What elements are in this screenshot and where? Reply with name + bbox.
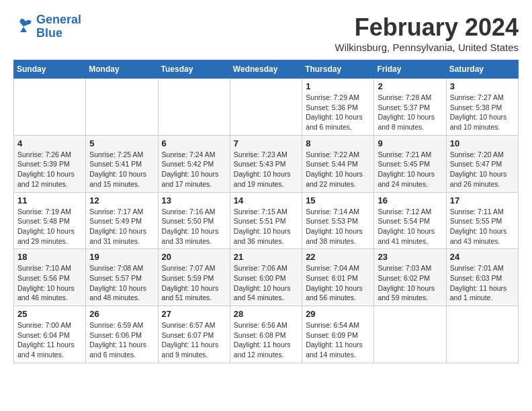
calendar-cell: 21Sunrise: 7:06 AM Sunset: 6:00 PM Dayli… [230, 249, 302, 306]
day-number: 14 [234, 195, 298, 205]
calendar-cell: 8Sunrise: 7:22 AM Sunset: 5:44 PM Daylig… [302, 135, 374, 192]
calendar-cell [374, 306, 446, 363]
calendar-table: SundayMondayTuesdayWednesdayThursdayFrid… [13, 60, 519, 363]
day-info: Sunrise: 7:00 AM Sunset: 6:04 PM Dayligh… [17, 320, 82, 360]
day-number: 29 [306, 309, 370, 319]
day-number: 7 [234, 138, 298, 148]
day-info: Sunrise: 7:15 AM Sunset: 5:51 PM Dayligh… [234, 207, 298, 246]
day-info: Sunrise: 7:12 AM Sunset: 5:54 PM Dayligh… [378, 207, 442, 246]
calendar-cell [14, 79, 86, 136]
calendar-cell: 6Sunrise: 7:24 AM Sunset: 5:42 PM Daylig… [158, 135, 230, 192]
calendar-cell: 19Sunrise: 7:08 AM Sunset: 5:57 PM Dayli… [86, 249, 158, 306]
day-number: 3 [450, 81, 515, 91]
calendar-title: February 2024 [335, 13, 519, 42]
header-thursday: Thursday [302, 60, 374, 79]
day-number: 25 [17, 309, 82, 319]
day-number: 19 [89, 252, 154, 262]
calendar-cell: 7Sunrise: 7:23 AM Sunset: 5:43 PM Daylig… [230, 135, 302, 192]
day-number: 28 [234, 309, 298, 319]
day-number: 13 [162, 195, 226, 205]
calendar-cell: 1Sunrise: 7:29 AM Sunset: 5:36 PM Daylig… [302, 79, 374, 136]
calendar-cell: 11Sunrise: 7:19 AM Sunset: 5:48 PM Dayli… [14, 192, 86, 249]
day-info: Sunrise: 7:24 AM Sunset: 5:42 PM Dayligh… [162, 150, 226, 189]
day-info: Sunrise: 7:29 AM Sunset: 5:36 PM Dayligh… [306, 93, 370, 132]
calendar-cell [230, 79, 302, 136]
calendar-subtitle: Wilkinsburg, Pennsylvania, United States [335, 42, 519, 53]
week-row-3: 11Sunrise: 7:19 AM Sunset: 5:48 PM Dayli… [14, 192, 519, 249]
day-number: 1 [306, 81, 370, 91]
day-number: 12 [89, 195, 154, 205]
day-info: Sunrise: 7:01 AM Sunset: 6:03 PM Dayligh… [450, 263, 515, 303]
calendar-cell: 20Sunrise: 7:07 AM Sunset: 5:59 PM Dayli… [158, 249, 230, 306]
header-monday: Monday [86, 60, 158, 79]
day-number: 16 [378, 195, 442, 205]
logo: General Blue [13, 13, 81, 40]
day-number: 8 [306, 138, 370, 148]
day-number: 20 [162, 252, 226, 262]
calendar-cell: 16Sunrise: 7:12 AM Sunset: 5:54 PM Dayli… [374, 192, 446, 249]
calendar-cell: 18Sunrise: 7:10 AM Sunset: 5:56 PM Dayli… [14, 249, 86, 306]
day-info: Sunrise: 7:04 AM Sunset: 6:01 PM Dayligh… [306, 263, 370, 303]
day-info: Sunrise: 6:57 AM Sunset: 6:07 PM Dayligh… [162, 320, 226, 360]
day-number: 24 [450, 252, 515, 262]
logo-bird-icon [13, 17, 34, 36]
calendar-cell: 26Sunrise: 6:59 AM Sunset: 6:06 PM Dayli… [86, 306, 158, 363]
day-number: 9 [378, 138, 442, 148]
calendar-cell: 2Sunrise: 7:28 AM Sunset: 5:37 PM Daylig… [374, 79, 446, 136]
calendar-cell: 17Sunrise: 7:11 AM Sunset: 5:55 PM Dayli… [446, 192, 518, 249]
day-info: Sunrise: 7:22 AM Sunset: 5:44 PM Dayligh… [306, 150, 370, 189]
header-saturday: Saturday [446, 60, 518, 79]
calendar-cell: 10Sunrise: 7:20 AM Sunset: 5:47 PM Dayli… [446, 135, 518, 192]
day-number: 11 [17, 195, 82, 205]
day-number: 4 [17, 138, 82, 148]
day-info: Sunrise: 7:21 AM Sunset: 5:45 PM Dayligh… [378, 150, 442, 189]
calendar-cell: 4Sunrise: 7:26 AM Sunset: 5:39 PM Daylig… [14, 135, 86, 192]
day-info: Sunrise: 6:56 AM Sunset: 6:08 PM Dayligh… [234, 320, 298, 360]
calendar-body: 1Sunrise: 7:29 AM Sunset: 5:36 PM Daylig… [14, 79, 519, 363]
calendar-cell: 14Sunrise: 7:15 AM Sunset: 5:51 PM Dayli… [230, 192, 302, 249]
day-info: Sunrise: 7:26 AM Sunset: 5:39 PM Dayligh… [17, 150, 82, 189]
day-info: Sunrise: 7:11 AM Sunset: 5:55 PM Dayligh… [450, 207, 515, 246]
day-number: 6 [162, 138, 226, 148]
calendar-cell: 15Sunrise: 7:14 AM Sunset: 5:53 PM Dayli… [302, 192, 374, 249]
calendar-cell [446, 306, 518, 363]
calendar-header-row: SundayMondayTuesdayWednesdayThursdayFrid… [14, 60, 519, 79]
header-friday: Friday [374, 60, 446, 79]
day-info: Sunrise: 7:17 AM Sunset: 5:49 PM Dayligh… [89, 207, 154, 246]
header-tuesday: Tuesday [158, 60, 230, 79]
day-info: Sunrise: 7:08 AM Sunset: 5:57 PM Dayligh… [89, 263, 154, 303]
day-info: Sunrise: 7:20 AM Sunset: 5:47 PM Dayligh… [450, 150, 515, 189]
calendar-cell: 22Sunrise: 7:04 AM Sunset: 6:01 PM Dayli… [302, 249, 374, 306]
calendar-cell: 29Sunrise: 6:54 AM Sunset: 6:09 PM Dayli… [302, 306, 374, 363]
day-info: Sunrise: 7:06 AM Sunset: 6:00 PM Dayligh… [234, 263, 298, 303]
day-info: Sunrise: 6:59 AM Sunset: 6:06 PM Dayligh… [89, 320, 154, 360]
week-row-4: 18Sunrise: 7:10 AM Sunset: 5:56 PM Dayli… [14, 249, 519, 306]
calendar-cell [86, 79, 158, 136]
day-info: Sunrise: 6:54 AM Sunset: 6:09 PM Dayligh… [306, 320, 370, 360]
day-info: Sunrise: 7:07 AM Sunset: 5:59 PM Dayligh… [162, 263, 226, 303]
day-number: 10 [450, 138, 515, 148]
calendar-cell: 23Sunrise: 7:03 AM Sunset: 6:02 PM Dayli… [374, 249, 446, 306]
day-number: 22 [306, 252, 370, 262]
day-number: 26 [89, 309, 154, 319]
calendar-cell: 24Sunrise: 7:01 AM Sunset: 6:03 PM Dayli… [446, 249, 518, 306]
day-info: Sunrise: 7:10 AM Sunset: 5:56 PM Dayligh… [17, 263, 82, 303]
calendar-cell: 13Sunrise: 7:16 AM Sunset: 5:50 PM Dayli… [158, 192, 230, 249]
calendar-cell: 12Sunrise: 7:17 AM Sunset: 5:49 PM Dayli… [86, 192, 158, 249]
title-block: February 2024 Wilkinsburg, Pennsylvania,… [335, 13, 519, 53]
calendar-cell: 5Sunrise: 7:25 AM Sunset: 5:41 PM Daylig… [86, 135, 158, 192]
calendar-cell: 3Sunrise: 7:27 AM Sunset: 5:38 PM Daylig… [446, 79, 518, 136]
day-number: 21 [234, 252, 298, 262]
calendar-cell: 27Sunrise: 6:57 AM Sunset: 6:07 PM Dayli… [158, 306, 230, 363]
day-info: Sunrise: 7:23 AM Sunset: 5:43 PM Dayligh… [234, 150, 298, 189]
page-header: General Blue February 2024 Wilkinsburg, … [13, 13, 519, 53]
calendar-cell: 9Sunrise: 7:21 AM Sunset: 5:45 PM Daylig… [374, 135, 446, 192]
day-number: 18 [17, 252, 82, 262]
day-info: Sunrise: 7:14 AM Sunset: 5:53 PM Dayligh… [306, 207, 370, 246]
header-sunday: Sunday [14, 60, 86, 79]
calendar-cell: 28Sunrise: 6:56 AM Sunset: 6:08 PM Dayli… [230, 306, 302, 363]
day-number: 27 [162, 309, 226, 319]
day-info: Sunrise: 7:16 AM Sunset: 5:50 PM Dayligh… [162, 207, 226, 246]
day-number: 2 [378, 81, 442, 91]
day-number: 17 [450, 195, 515, 205]
